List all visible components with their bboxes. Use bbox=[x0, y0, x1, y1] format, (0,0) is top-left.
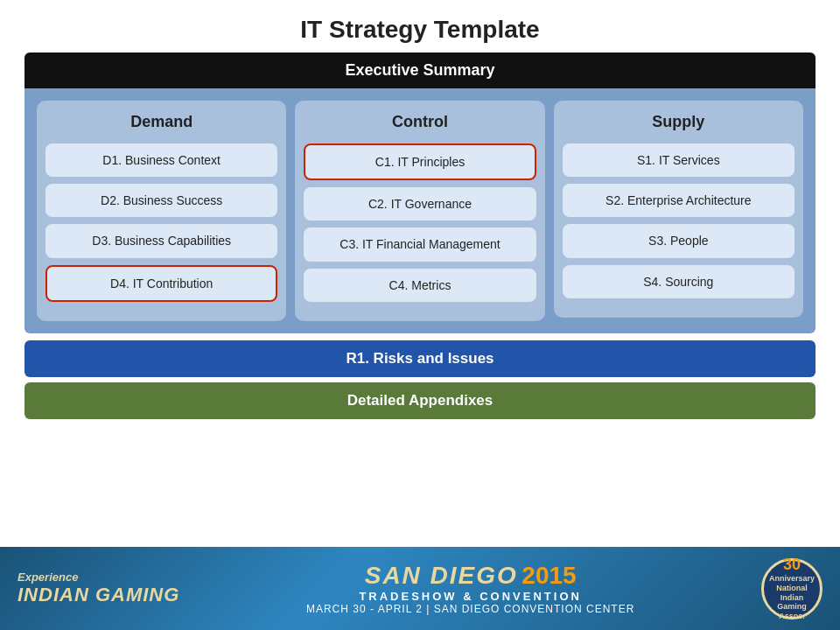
card-s1: S1. IT Services bbox=[563, 144, 794, 177]
card-c3: C3. IT Financial Management bbox=[304, 228, 536, 261]
card-d3: D3. Business Capabilities bbox=[46, 224, 277, 257]
supply-column: Supply S1. IT Services S2. Enterprise Ar… bbox=[554, 101, 803, 321]
banner-san-diego: SAN DIEGO bbox=[365, 562, 518, 589]
card-c1: C1. IT Principles bbox=[304, 144, 536, 180]
card-c2: C2. IT Governance bbox=[304, 187, 536, 220]
banner-experience-label: Experience bbox=[18, 570, 78, 584]
card-s4: S4. Sourcing bbox=[563, 265, 794, 298]
demand-header: Demand bbox=[46, 109, 277, 135]
page-title: IT Strategy Template bbox=[0, 0, 840, 52]
banner-anniversary-circle: 30 AnniversaryNational IndianGaming Asso… bbox=[761, 558, 822, 620]
banner-dates: MARCH 30 - APRIL 2 | SAN DIEGO CONVENTIO… bbox=[179, 603, 761, 615]
exec-summary-bar: Executive Summary bbox=[24, 52, 816, 88]
bottom-banner: Experience INDIAN GAMING SAN DIEGO 2015 … bbox=[0, 547, 840, 630]
card-s3: S3. People bbox=[563, 224, 794, 257]
card-s2: S2. Enterprise Architecture bbox=[563, 184, 794, 217]
appendix-bar: Detailed Appendixes bbox=[24, 382, 816, 419]
card-d1: D1. Business Context bbox=[46, 144, 277, 177]
main-container: Executive Summary Demand D1. Business Co… bbox=[24, 52, 816, 419]
demand-column: Demand D1. Business Context D2. Business… bbox=[37, 101, 286, 321]
control-header: Control bbox=[304, 109, 536, 135]
card-c4: C4. Metrics bbox=[304, 269, 536, 302]
card-d2: D2. Business Success bbox=[46, 184, 277, 217]
columns-wrapper: Demand D1. Business Context D2. Business… bbox=[24, 88, 816, 333]
control-column: Control C1. IT Principles C2. IT Governa… bbox=[295, 101, 544, 321]
banner-tradeshow: TRADESHOW & CONVENTION bbox=[179, 590, 761, 603]
risks-bar: R1. Risks and Issues bbox=[24, 340, 816, 377]
banner-year: 2015 bbox=[522, 562, 576, 589]
supply-header: Supply bbox=[563, 109, 794, 135]
card-d4: D4. IT Contribution bbox=[46, 265, 277, 302]
banner-indian-gaming-label: INDIAN GAMING bbox=[18, 584, 179, 606]
